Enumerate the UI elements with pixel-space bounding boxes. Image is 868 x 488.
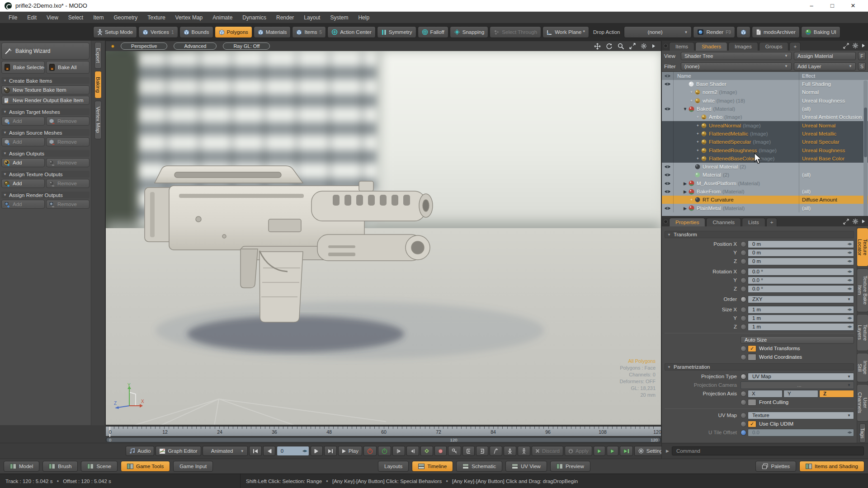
- expander-icon[interactable]: ▶: [683, 206, 688, 211]
- mini-arrows-icon[interactable]: ◀▶: [847, 287, 852, 291]
- sidebar-tab-vertex-map[interactable]: Vertex Map: [94, 101, 102, 139]
- layer-effect[interactable]: Unreal Specular: [802, 139, 839, 145]
- layer-effect[interactable]: Unreal Roughness: [802, 98, 845, 103]
- mini-arrows-icon[interactable]: ◀▶: [847, 431, 852, 434]
- toolbar-button-polygons[interactable]: Polygons: [215, 26, 252, 38]
- menu-texture[interactable]: Texture: [142, 12, 170, 23]
- minimize-button[interactable]: –: [801, 0, 822, 11]
- sidebar-section-assign-outputs[interactable]: ▼Assign Outputs: [1, 150, 90, 157]
- transport-button-range-start-icon[interactable]: [462, 446, 475, 456]
- viewport-menu-dot-icon[interactable]: [111, 45, 114, 48]
- sidebar-button-remove[interactable]: Remove: [46, 158, 90, 167]
- toolbar-button-bounds[interactable]: Bounds: [179, 26, 213, 38]
- expander-icon[interactable]: +: [695, 115, 700, 119]
- button-auto-size[interactable]: Auto Size: [741, 336, 854, 344]
- channel-radio-icon[interactable]: [741, 354, 746, 360]
- shader-tree-row[interactable]: ▶ PlainMetal (Material) (all): [662, 204, 868, 212]
- gear-icon[interactable]: [852, 218, 859, 225]
- transport-button-skip-start-icon[interactable]: [249, 446, 262, 456]
- panel-menu-dot-icon[interactable]: [664, 44, 668, 48]
- menu-layout[interactable]: Layout: [299, 12, 325, 23]
- visibility-toggle[interactable]: [662, 179, 674, 188]
- transport-button-actor-icon[interactable]: [518, 446, 530, 456]
- menu-vertex-map[interactable]: Vertex Map: [170, 12, 208, 23]
- menu-system[interactable]: System: [325, 12, 353, 23]
- transport-button-play-green-icon[interactable]: [594, 446, 605, 456]
- channel-radio-icon[interactable]: [741, 324, 746, 330]
- channel-radio-icon[interactable]: [741, 241, 746, 247]
- visibility-toggle[interactable]: [662, 113, 674, 121]
- layout-tab-brush[interactable]: Brush: [42, 461, 78, 472]
- shader-tree-row[interactable]: ▶ BakeFrom (Material) (all): [662, 188, 868, 196]
- toolbar-dropdown-none[interactable]: (none)▼: [624, 26, 692, 38]
- menu-geometry[interactable]: Geometry: [109, 12, 143, 23]
- properties-side-tab-image-still[interactable]: Image Still: [857, 353, 868, 382]
- current-frame-field[interactable]: 0◀▶: [277, 446, 309, 456]
- sidebar-section-assign-render-outputs[interactable]: ▼Assign Render Outputs: [1, 192, 90, 198]
- field-z[interactable]: 0 m◀▶: [748, 258, 854, 265]
- sidebar-button-remove[interactable]: Remove: [46, 137, 90, 146]
- shader-tree-row[interactable]: ▼ Baked (Material) (all): [662, 105, 868, 113]
- mini-arrows-icon[interactable]: ◀▶: [847, 242, 852, 246]
- transport-button-prev-key-icon[interactable]: [392, 446, 405, 456]
- field-size-x[interactable]: 1 m◀▶: [748, 306, 854, 314]
- mini-arrows-icon[interactable]: ◀▶: [847, 251, 852, 254]
- arrow-right-icon[interactable]: [862, 43, 865, 48]
- visibility-toggle[interactable]: [662, 138, 674, 146]
- shader-tree-row[interactable]: Unreal Material (2): [662, 163, 868, 171]
- mini-arrows-icon[interactable]: ◀▶: [847, 325, 852, 328]
- shader-tree-row[interactable]: + white (Image) (18) Unreal Roughness: [662, 97, 868, 105]
- gear-icon[interactable]: [641, 43, 647, 49]
- shader-tree-row[interactable]: ▶ M_AssetPlatform (Material): [662, 179, 868, 188]
- transport-button-record-icon[interactable]: [434, 446, 447, 456]
- visibility-toggle[interactable]: [662, 88, 674, 96]
- shader-tab--[interactable]: +: [789, 42, 801, 51]
- viewport-button-advanced[interactable]: Advanced: [174, 42, 217, 50]
- close-button[interactable]: ✕: [843, 0, 863, 11]
- layout-tab-uv-view[interactable]: UV View: [505, 461, 547, 472]
- maximize-icon[interactable]: [629, 43, 636, 49]
- channel-radio-icon[interactable]: [741, 307, 746, 313]
- transport-button-add-key-icon[interactable]: [420, 446, 433, 456]
- shader-tree-row[interactable]: + FlattenedBaseColor (Image) Unreal Base…: [662, 155, 868, 163]
- shader-tree-row[interactable]: + RT Curvature Diffuse Amount: [662, 196, 868, 204]
- menu-view[interactable]: View: [42, 12, 63, 23]
- maximize-button[interactable]: □: [822, 0, 843, 11]
- mini-arrows-icon[interactable]: ◀▶: [847, 308, 852, 311]
- axis-option-y[interactable]: Y: [783, 390, 818, 398]
- tree-scrollbar-thumb[interactable]: [864, 108, 867, 157]
- zoom-icon[interactable]: [618, 43, 624, 50]
- layer-effect[interactable]: Normal: [802, 89, 819, 95]
- menu-dynamics[interactable]: Dynamics: [237, 12, 271, 23]
- field-u-tile-offset[interactable]: 0.0◀▶: [748, 429, 854, 436]
- menu-item[interactable]: Item: [88, 12, 108, 23]
- layout-tab-layouts[interactable]: Layouts: [378, 461, 409, 472]
- layer-effect[interactable]: Unreal Ambient Occlusion: [802, 114, 862, 120]
- transport-button-pose-icon[interactable]: [504, 446, 516, 456]
- visibility-toggle[interactable]: [662, 188, 674, 196]
- expander-icon[interactable]: +: [695, 140, 700, 144]
- rifle-model[interactable]: [106, 51, 661, 425]
- dropdown-projection-camera[interactable]: ...▼: [741, 381, 854, 389]
- shader-tab-items[interactable]: Items: [669, 42, 694, 51]
- s-button[interactable]: S: [858, 62, 866, 70]
- layout-tab-timeline[interactable]: Timeline: [412, 461, 453, 472]
- layer-effect[interactable]: Full Shading: [802, 81, 831, 87]
- layout-tab-model[interactable]: Model: [4, 461, 39, 472]
- transport-button-next-key-icon[interactable]: [406, 446, 419, 456]
- expander-icon[interactable]: ▶: [683, 181, 688, 186]
- shader-tree-row[interactable]: + FlattenedSpecular (Image) Unreal Specu…: [662, 138, 868, 146]
- properties-side-tab-texture-locator[interactable]: Texture Locator: [857, 228, 868, 267]
- channel-radio-icon[interactable]: [741, 421, 746, 427]
- toolbar-button-falloff[interactable]: Falloff: [418, 26, 448, 38]
- mini-arrows-icon[interactable]: ◀▶: [302, 449, 307, 453]
- shader-tab-shaders[interactable]: Shaders: [695, 42, 727, 51]
- field-y[interactable]: 0 m◀▶: [748, 249, 854, 257]
- field-y[interactable]: 0.0 °◀▶: [748, 277, 854, 284]
- expander-icon[interactable]: +: [689, 90, 694, 94]
- channel-radio-icon[interactable]: [741, 258, 746, 264]
- properties-tab-channels[interactable]: Channels: [706, 218, 741, 226]
- dropdown-projection-type[interactable]: UV Map▼: [748, 373, 854, 380]
- layer-effect[interactable]: Unreal Metallic: [802, 131, 836, 136]
- sidebar-tab-baking[interactable]: Baking: [94, 71, 102, 99]
